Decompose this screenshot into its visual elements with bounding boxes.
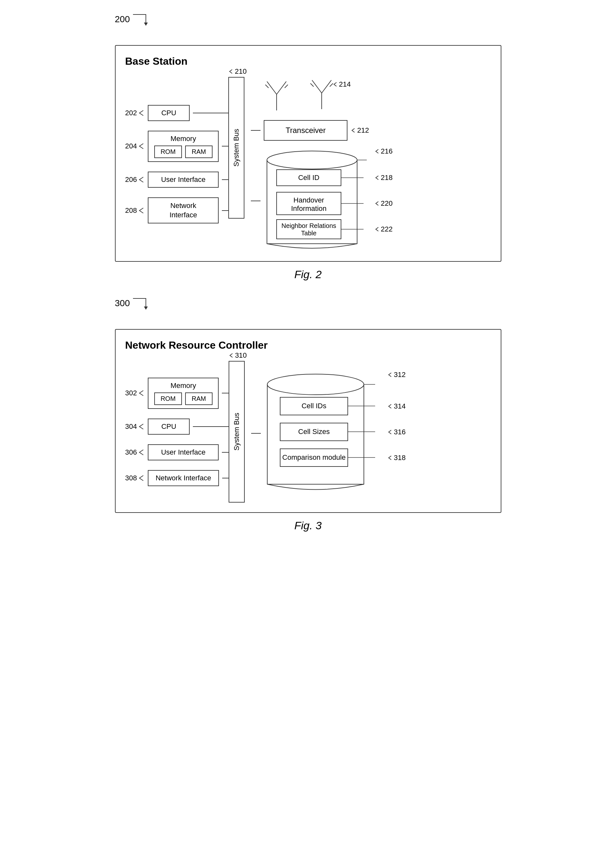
fig2-caption: Fig. 2 (115, 268, 501, 281)
fig2-bus-ref: 210 (228, 67, 247, 76)
svg-marker-0 (144, 23, 148, 26)
fig3-db-wrap: Cell IDs Cell Sizes Comparison module (264, 373, 386, 494)
fig2-db-ref222: 222 (375, 225, 393, 233)
fig3-ui-box: User Interface (148, 444, 219, 460)
fig3-left-col: 302 Memory ROM RAM (125, 361, 229, 502)
fig2-antenna2-wrap: 214 (309, 77, 334, 110)
fig3-ni-line (222, 478, 229, 479)
fig3-cylinder-icon: Cell IDs Cell Sizes Comparison module (264, 373, 386, 492)
fig2-db-ref216: 216 (375, 147, 393, 155)
svg-text:Cell ID: Cell ID (298, 174, 319, 182)
fig3-db-ref312: 312 (387, 371, 406, 379)
fig3-bracket2-icon (138, 423, 145, 430)
fig3-cpu-box: CPU (148, 418, 190, 435)
svg-line-9 (310, 83, 314, 87)
fig2-db-ref220: 220 (375, 199, 393, 208)
svg-text:Neighbor Relations: Neighbor Relations (282, 222, 336, 229)
fig3-inner: 302 Memory ROM RAM (125, 361, 491, 502)
fig3-db-ref314-icon (387, 404, 392, 409)
fig2-ni-line (222, 210, 228, 211)
svg-text:Cell IDs: Cell IDs (302, 402, 326, 410)
fig3-db-ref318: 318 (387, 454, 406, 462)
bracket3-icon (138, 176, 145, 183)
corner-arrow2-icon (130, 297, 149, 310)
fig3-memory-row: 302 Memory ROM RAM (125, 378, 229, 409)
svg-text:Table: Table (301, 230, 317, 237)
fig3-diagram-box: Network Resource Controller 302 Memory (115, 329, 501, 513)
fig3-ui-ref: 306 (125, 448, 145, 457)
db-ref218-icon (375, 175, 380, 180)
fig2-bus-container: 210 System Bus (228, 77, 244, 252)
fig2-ni-ref: 208 (125, 207, 145, 215)
fig2-ui-box: User Interface (148, 172, 219, 188)
fig2-ui-ref: 206 (125, 176, 145, 184)
db-ref216-icon (375, 149, 380, 154)
fig2-cpu-row: 202 CPU (125, 105, 229, 121)
fig3-bracket1-icon (138, 390, 145, 396)
fig3-db-ref316: 316 (387, 428, 406, 436)
fig3-bus-container: 310 System Bus (229, 361, 245, 502)
fig3-ram-box: RAM (185, 392, 212, 405)
page: 200 Base Station 202 CPU (19, 13, 597, 548)
svg-text:Information: Information (291, 204, 327, 213)
fig2-ni-box: Network Interface (148, 197, 219, 224)
db-ref220-icon (375, 201, 380, 206)
fig3-system-bus: System Bus (229, 361, 245, 502)
fig3-ni-row: 308 Network Interface (125, 470, 229, 486)
fig3-right-col: Cell IDs Cell Sizes Comparison module (251, 361, 386, 502)
fig3-db-line (251, 433, 261, 434)
fig3-bus-ref-bracket-icon (229, 353, 234, 358)
fig3-ni-ref: 308 (125, 474, 145, 482)
fig3-bus-ref: 310 (229, 351, 247, 360)
fig3-memory-inner: ROM RAM (154, 392, 213, 405)
fig2-left-col: 202 CPU 204 Memory (125, 77, 229, 252)
fig3-bracket3-icon (138, 449, 145, 455)
fig3-section: 300 Network Resource Controller 302 (115, 297, 501, 545)
antenna1-icon (264, 78, 289, 110)
fig3-cpu-row: 304 CPU (125, 418, 229, 435)
fig2-cylinder-icon: Cell ID Handover Information Neighbor Re… (264, 150, 373, 250)
fig3-db-row: Cell IDs Cell Sizes Comparison module (251, 373, 386, 494)
svg-text:Handover: Handover (294, 196, 324, 204)
fig3-ni-box: Network Interface (148, 470, 219, 486)
bracket-icon (138, 110, 145, 116)
fig3-cpu-ref: 304 (125, 423, 145, 431)
fig2-memory-inner: ROM RAM (154, 146, 213, 158)
fig2-ui-row: 206 User Interface (125, 172, 229, 188)
fig2-right-col: 214 Transceiver 212 (251, 77, 373, 252)
corner-arrow-icon (130, 13, 149, 26)
fig2-antennas: 214 (264, 77, 334, 110)
fig2-transceiver-box: Transceiver (264, 120, 347, 141)
fig3-title: Network Resource Controller (125, 339, 491, 351)
fig3-bus-label: System Bus (232, 410, 241, 454)
fig2-section: 200 Base Station 202 CPU (115, 13, 501, 294)
fig2-system-bus: System Bus (228, 77, 244, 219)
fig2-transceiver-line (251, 130, 260, 131)
fig2-ram-box: RAM (185, 146, 212, 158)
fig3-rom-box: ROM (154, 392, 182, 405)
fig2-ui-line (222, 179, 228, 180)
antenna2-icon (309, 77, 334, 109)
svg-line-5 (285, 85, 288, 88)
antenna-ref-bracket-icon (333, 82, 338, 87)
svg-text:Comparison module: Comparison module (282, 453, 345, 462)
fig3-corner-ref: 300 (115, 297, 501, 310)
fig2-corner-ref: 200 (115, 13, 501, 26)
transceiver-ref-bracket-icon (351, 128, 356, 133)
fig2-memory-line (222, 146, 228, 146)
fig3-ui-line (222, 452, 228, 453)
fig2-transceiver-ref: 212 (351, 126, 369, 135)
fig2-db-wrap: Cell ID Handover Information Neighbor Re… (264, 150, 373, 252)
fig2-cpu-box: CPU (148, 105, 190, 121)
fig2-cpu-line (193, 113, 228, 113)
fig2-inner: 202 CPU 204 Memory (125, 77, 491, 252)
fig2-db-ref218: 218 (375, 174, 393, 182)
fig2-memory-ref: 204 (125, 142, 145, 150)
fig3-memory-box: Memory ROM RAM (148, 378, 219, 409)
bracket2-icon (138, 143, 145, 149)
fig3-bracket4-icon (138, 475, 145, 481)
svg-point-27 (267, 374, 364, 395)
fig3-memory-line (222, 393, 228, 393)
svg-marker-25 (144, 306, 148, 310)
fig3-memory-ref: 302 (125, 389, 145, 397)
